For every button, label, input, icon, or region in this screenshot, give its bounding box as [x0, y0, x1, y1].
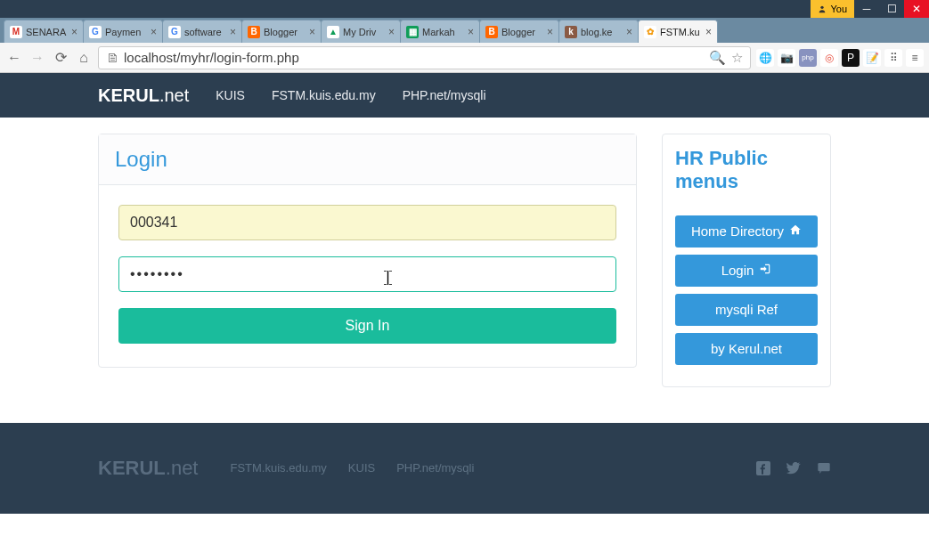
home-icon [789, 223, 802, 239]
browser-tab[interactable]: GPaymen× [83, 20, 163, 43]
browser-tab[interactable]: MSENARA× [4, 20, 84, 43]
tab-favicon: M [10, 26, 22, 38]
navlink-kuis[interactable]: KUIS [216, 88, 245, 102]
login-panel-heading: Login [99, 134, 636, 185]
search-icon: 🔍 [709, 50, 726, 66]
extension-p-icon[interactable]: P [842, 49, 860, 67]
navlink-php[interactable]: PHP.net/mysqli [403, 88, 486, 102]
browser-tab[interactable]: BBlogger× [479, 20, 559, 43]
back-button[interactable]: ← [5, 49, 23, 67]
svg-rect-2 [818, 463, 829, 471]
site-topnav: KERUL.net KUIS FSTM.kuis.edu.my PHP.net/… [0, 73, 929, 118]
reload-button[interactable]: ⟳ [52, 49, 69, 67]
browser-tab[interactable]: ▲My Driv× [321, 20, 401, 43]
sidebar-button-0[interactable]: Home Directory [675, 215, 818, 248]
footer-links: FSTM.kuis.edu.my KUIS PHP.net/mysqli [230, 461, 474, 475]
tab-close-icon[interactable]: × [309, 26, 315, 38]
tab-close-icon[interactable]: × [151, 26, 157, 38]
star-icon[interactable]: ☆ [731, 50, 743, 66]
footer-link-php[interactable]: PHP.net/mysqli [396, 461, 474, 475]
tab-favicon: B [248, 26, 260, 38]
window-maximize-button[interactable]: ☐ [879, 0, 904, 18]
tab-favicon: ▦ [406, 26, 419, 38]
page-viewport: KERUL.net KUIS FSTM.kuis.edu.my PHP.net/… [0, 73, 929, 560]
extension-circle-icon[interactable]: ◎ [820, 49, 838, 67]
browser-tab[interactable]: BBlogger× [241, 20, 322, 43]
home-button[interactable]: ⌂ [75, 49, 93, 67]
extension-grid-icon[interactable]: ⠿ [884, 49, 902, 67]
user-icon [818, 4, 827, 13]
tab-favicon: G [89, 26, 102, 38]
sidebar-button-2[interactable]: mysqli Ref [675, 294, 818, 326]
extension-icons: 🌐📷php◎P📝⠿≡ [756, 49, 924, 67]
sidebar-button-3[interactable]: by Kerul.net [675, 333, 818, 365]
tab-close-icon[interactable]: × [705, 26, 712, 38]
sidebar-button-label: Home Directory [691, 223, 784, 239]
site-brand[interactable]: KERUL.net [98, 85, 189, 106]
sidebar-button-label: mysqli Ref [715, 302, 778, 317]
tab-close-icon[interactable]: × [468, 26, 474, 38]
tab-favicon: ✿ [644, 26, 656, 38]
chat-icon[interactable] [817, 461, 831, 475]
tab-title: Blogger [264, 27, 306, 37]
browser-tab[interactable]: kblog.ke× [558, 20, 639, 43]
footer-brand[interactable]: KERUL.net [98, 457, 198, 480]
login-icon [759, 263, 771, 278]
site-footer: KERUL.net FSTM.kuis.edu.my KUIS PHP.net/… [0, 423, 929, 514]
tab-favicon: k [565, 26, 577, 38]
address-bar[interactable]: 🗎 localhost/myhr/login-form.php 🔍 ☆ [98, 46, 751, 69]
extension-menu-icon[interactable]: ≡ [906, 49, 924, 67]
tab-title: Paymen [105, 27, 147, 37]
username-input[interactable] [118, 205, 616, 240]
sign-in-button[interactable]: Sign In [118, 308, 616, 344]
extension-camera-icon[interactable]: 📷 [778, 49, 795, 67]
footer-link-fstm[interactable]: FSTM.kuis.edu.my [230, 461, 326, 475]
extension-php-icon[interactable]: php [799, 49, 817, 67]
browser-toolbar: ← → ⟳ ⌂ 🗎 localhost/myhr/login-form.php … [0, 43, 929, 73]
page-icon: 🗎 [106, 52, 118, 64]
browser-tab[interactable]: ✿FSTM.ku× [638, 20, 718, 43]
sidebar-button-1[interactable]: Login [675, 255, 818, 287]
login-panel: Login Sign In [98, 134, 637, 368]
browser-tabstrip: MSENARA×GPaymen×Gsoftware×BBlogger×▲My D… [0, 18, 929, 43]
browser-tab[interactable]: ▦Markah× [400, 20, 480, 43]
tab-close-icon[interactable]: × [71, 26, 77, 38]
tab-close-icon[interactable]: × [547, 26, 553, 38]
footer-brand-light: .net [166, 457, 199, 479]
tab-favicon: ▲ [327, 26, 339, 38]
sidebar-button-label: by Kerul.net [711, 341, 782, 356]
tab-title: FSTM.ku [660, 27, 702, 37]
footer-social [756, 461, 831, 475]
user-badge[interactable]: You [811, 0, 854, 18]
brand-light: .net [159, 85, 189, 105]
tab-title: Markah [422, 27, 464, 37]
sidebar-panel: HR Public menus Home DirectoryLoginmysql… [662, 134, 831, 387]
window-close-button[interactable]: ✕ [904, 0, 929, 18]
twitter-icon[interactable] [786, 461, 801, 475]
password-input[interactable] [118, 256, 616, 292]
login-heading-text: Login [115, 147, 620, 172]
brand-bold: KERUL [98, 85, 159, 105]
forward-button[interactable]: → [29, 49, 46, 67]
sidebar-heading: HR Public menus [675, 147, 818, 194]
tab-close-icon[interactable]: × [626, 26, 632, 38]
tab-favicon: G [168, 26, 181, 38]
user-badge-label: You [830, 4, 847, 14]
extension-note-icon[interactable]: 📝 [863, 49, 881, 67]
tab-title: Blogger [501, 27, 543, 37]
window-minimize-button[interactable]: ─ [854, 0, 879, 18]
footer-link-kuis[interactable]: KUIS [348, 461, 375, 475]
url-text: localhost/myhr/login-form.php [124, 50, 704, 65]
svg-point-0 [821, 6, 824, 9]
navlink-fstm[interactable]: FSTM.kuis.edu.my [272, 88, 376, 102]
browser-tab[interactable]: Gsoftware× [162, 20, 242, 43]
tab-favicon: B [485, 26, 498, 38]
extension-translate-icon[interactable]: 🌐 [756, 49, 774, 67]
footer-brand-bold: KERUL [98, 457, 166, 479]
facebook-icon[interactable] [756, 461, 770, 475]
tab-title: SENARA [26, 27, 68, 37]
tab-close-icon[interactable]: × [388, 26, 395, 38]
tab-title: blog.ke [581, 27, 623, 37]
tab-close-icon[interactable]: × [230, 26, 236, 38]
tab-title: My Driv [343, 27, 385, 37]
